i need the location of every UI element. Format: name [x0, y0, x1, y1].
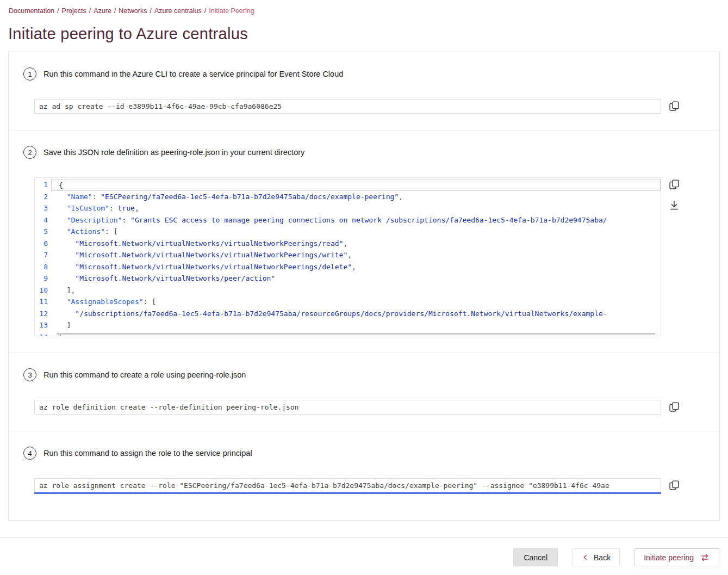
editor-line: 7 "Microsoft.Network/virtualNetworks/vir… [35, 249, 661, 261]
breadcrumb-link[interactable]: Azure [94, 7, 111, 15]
chevron-left-icon [582, 554, 589, 561]
editor-line-number: 7 [35, 249, 51, 261]
swap-arrows-icon [700, 553, 710, 562]
editor-line-number: 3 [35, 202, 51, 214]
breadcrumb-current: Initiate Peering [209, 7, 254, 15]
back-button-label: Back [594, 553, 611, 562]
editor-line: 13 ] [35, 319, 661, 331]
editor-line: 4 "Description": "Grants ESC access to m… [35, 214, 661, 226]
breadcrumb-link[interactable]: Networks [119, 7, 147, 15]
step-3-badge: 3 [23, 368, 36, 381]
breadcrumb-separator: / [150, 7, 151, 15]
editor-line-code: "IsCustom": true, [51, 202, 661, 214]
editor-line-number: 14 [35, 331, 51, 337]
json-editor[interactable]: 1{2 "Name": "ESCPeering/fa7eed6a-1ec5-4e… [34, 177, 661, 336]
editor-line: 1{ [35, 179, 661, 191]
breadcrumb-link[interactable]: Azure centralus [154, 7, 202, 15]
command-horizontal-scrollbar[interactable] [34, 492, 661, 494]
page-title: Initiate peering to Azure centralus [8, 25, 728, 43]
editor-line-number: 13 [35, 319, 51, 331]
copy-icon[interactable] [668, 178, 680, 190]
editor-line-code: "AssignableScopes": [ [51, 296, 661, 308]
download-icon[interactable] [668, 199, 680, 211]
step-1-description: Run this command in the Azure CLI to cre… [43, 70, 343, 78]
editor-line: 5 "Actions": [ [35, 226, 661, 238]
editor-line-code: "Microsoft.Network/virtualNetworks/virtu… [51, 238, 661, 250]
editor-line-code: "/subscriptions/fa7eed6a-1ec5-4efa-b71a-… [51, 308, 661, 320]
step-2-badge: 2 [23, 146, 36, 159]
editor-line-number: 9 [35, 273, 51, 285]
copy-icon[interactable] [668, 100, 680, 112]
editor-line-number: 6 [35, 238, 51, 250]
step-4-badge: 4 [23, 447, 36, 460]
breadcrumb-link[interactable]: Documentation [9, 7, 54, 15]
step-1-badge: 1 [23, 67, 36, 81]
editor-line: 2 "Name": "ESCPeering/fa7eed6a-1ec5-4efa… [35, 191, 661, 203]
editor-line-code: "Microsoft.Network/virtualNetworks/virtu… [51, 249, 661, 261]
editor-line-number: 10 [35, 285, 51, 296]
breadcrumb-separator: / [204, 7, 206, 15]
json-editor-lines: 1{2 "Name": "ESCPeering/fa7eed6a-1ec5-4e… [35, 179, 661, 336]
editor-line-number: 11 [35, 296, 51, 308]
editor-line: 6 "Microsoft.Network/virtualNetworks/vir… [35, 238, 661, 250]
initiate-peering-button[interactable]: Initiate peering [634, 548, 719, 566]
editor-line-number: 1 [35, 179, 51, 191]
step-1-command-field[interactable]: az ad sp create --id e3899b11-4f6c-49ae-… [34, 99, 661, 114]
footer-actions: Cancel Back Initiate peering [0, 537, 728, 566]
step-3-command-field[interactable]: az role definition create --role-definit… [34, 400, 661, 415]
editor-line: 3 "IsCustom": true, [35, 202, 661, 214]
editor-line-number: 8 [35, 261, 51, 273]
initiate-peering-page: Documentation/Projects/Azure/Networks/Az… [0, 0, 728, 575]
cancel-button[interactable]: Cancel [513, 548, 558, 566]
breadcrumb-separator: / [89, 7, 91, 15]
wizard-card: 1 Run this command in the Azure CLI to c… [8, 52, 720, 521]
breadcrumb-separator: / [57, 7, 59, 15]
breadcrumb: Documentation/Projects/Azure/Networks/Az… [0, 0, 728, 15]
editor-line: 9 "Microsoft.Network/virtualNetworks/pee… [35, 273, 661, 285]
copy-icon[interactable] [668, 479, 680, 491]
editor-line-code: "Name": "ESCPeering/fa7eed6a-1ec5-4efa-b… [51, 191, 661, 203]
initiate-peering-label: Initiate peering [644, 553, 694, 562]
editor-line-code: { [51, 179, 661, 191]
editor-line-code: "Actions": [ [51, 226, 661, 238]
editor-line-number: 5 [35, 226, 51, 238]
editor-line-number: 2 [35, 191, 51, 203]
editor-line: 10 ], [35, 285, 661, 296]
editor-line-number: 4 [35, 214, 51, 226]
editor-line: 8 "Microsoft.Network/virtualNetworks/vir… [35, 261, 661, 273]
step-2-description: Save this JSON role definition as peerin… [43, 148, 304, 157]
step-4-command-field[interactable]: az role assignment create --role "ESCPee… [34, 478, 661, 493]
step-1-section: 1 Run this command in the Azure CLI to c… [9, 52, 719, 131]
editor-line: 12 "/subscriptions/fa7eed6a-1ec5-4efa-b7… [35, 308, 661, 320]
editor-horizontal-scrollbar[interactable] [57, 333, 655, 335]
editor-line-code: "Microsoft.Network/virtualNetworks/peer/… [51, 273, 661, 285]
editor-line: 11 "AssignableScopes": [ [35, 296, 661, 308]
editor-line-number: 12 [35, 308, 51, 320]
step-3-description: Run this command to create a role using … [43, 370, 246, 379]
editor-line-code: ], [51, 285, 661, 296]
editor-line-code: "Description": "Grants ESC access to man… [51, 214, 661, 226]
step-4-section: 4 Run this command to assign the role to… [9, 431, 719, 520]
copy-icon[interactable] [668, 401, 680, 413]
breadcrumb-separator: / [114, 7, 116, 15]
breadcrumb-link[interactable]: Projects [62, 7, 86, 15]
editor-line-code: ] [51, 319, 661, 331]
step-4-description: Run this command to assign the role to t… [43, 449, 252, 457]
step-2-section: 2 Save this JSON role definition as peer… [9, 131, 719, 353]
step-3-section: 3 Run this command to create a role usin… [9, 353, 719, 431]
editor-line-code: "Microsoft.Network/virtualNetworks/virtu… [51, 261, 661, 273]
back-button[interactable]: Back [573, 548, 620, 566]
